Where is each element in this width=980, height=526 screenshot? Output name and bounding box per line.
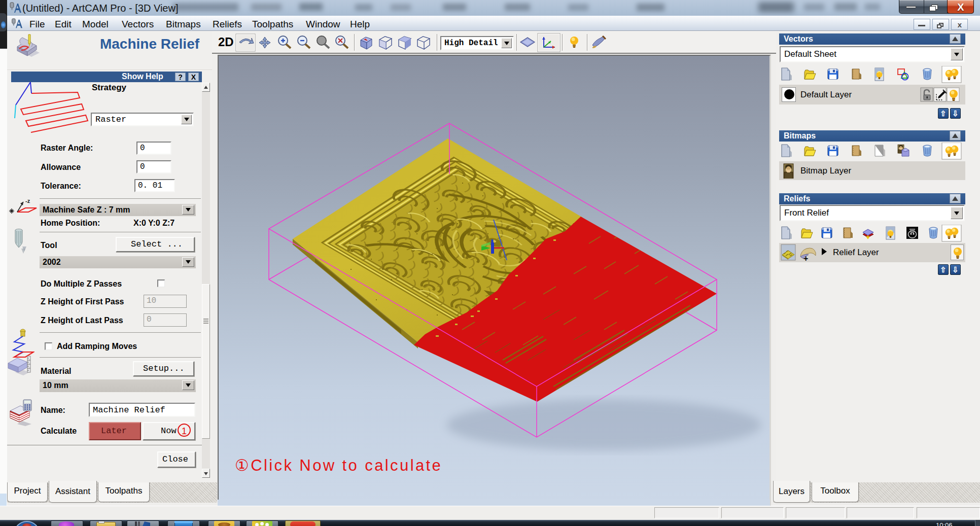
svg-text:+: + bbox=[803, 254, 808, 262]
svg-text:-z: -z bbox=[25, 198, 30, 204]
